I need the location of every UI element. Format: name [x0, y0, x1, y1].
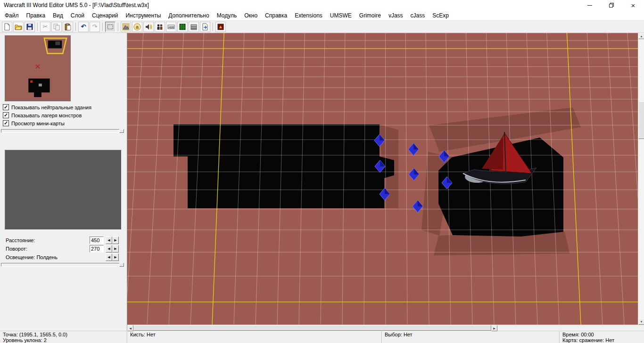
terrain-viewport[interactable]	[127, 33, 638, 325]
check-icon: ✓	[4, 121, 8, 126]
new-map-icon	[3, 23, 11, 31]
rotation-field-row: Поворот: 270 ◀ ▶	[0, 245, 127, 253]
menu-advanced[interactable]: Дополнительно	[165, 11, 213, 20]
text-editor-button[interactable]: АБВ	[166, 22, 176, 32]
lighting-label: Освещение: Полдень	[6, 254, 58, 260]
save-map-button[interactable]	[25, 22, 35, 32]
horizontal-scrollbar-row: ◀ ▶	[127, 325, 644, 331]
close-icon: ×	[631, 2, 636, 9]
status-time: Время: 00:00	[562, 332, 641, 337]
checkbox-neutral-buildings[interactable]: ✓	[3, 104, 9, 110]
minimap[interactable]	[5, 35, 71, 101]
lighting-prev-button[interactable]: ◀	[106, 253, 112, 261]
copy-button[interactable]	[51, 22, 62, 32]
open-map-button[interactable]	[13, 22, 24, 32]
sound-editor-button[interactable]	[143, 22, 154, 32]
titlebar: Warcraft III World Editor UMS 5.0 - [F:\…	[0, 0, 644, 10]
status-brush: Кисть: Нет	[130, 332, 379, 337]
sidebar-splitter-top[interactable]	[1, 129, 124, 133]
rotation-input[interactable]: 270	[90, 245, 104, 253]
distance-field-row: Расстояние: 450 ◀ ▶	[0, 237, 127, 244]
paste-button[interactable]	[63, 22, 73, 32]
menu-help[interactable]: Справка	[261, 11, 291, 20]
status-selection-section: Выбор: Нет	[382, 331, 560, 343]
module-page-button[interactable]	[200, 22, 210, 32]
scroll-left-button[interactable]: ◀	[127, 325, 133, 331]
import-manager-button[interactable]	[177, 22, 188, 32]
scroll-up-button[interactable]: ▲	[638, 33, 644, 39]
cut-button[interactable]: ✂	[40, 22, 50, 32]
status-slope: Уровень уклона: 2	[3, 337, 124, 343]
menu-cjass[interactable]: cJass	[407, 11, 429, 20]
object-editor-button[interactable]	[155, 22, 165, 32]
menu-window[interactable]: Окно	[240, 11, 261, 20]
horizontal-scrollbar[interactable]: ◀ ▶	[127, 325, 497, 331]
checkbox-label: Показывать лагеря монстров	[11, 113, 82, 118]
menu-scenario[interactable]: Сценарий	[88, 11, 122, 20]
lighting-field-row: Освещение: Полдень ◀ ▶	[0, 253, 127, 261]
menu-scexp[interactable]: ScExp	[429, 11, 453, 20]
status-map: Карта: сражение: Нет	[562, 337, 641, 343]
vertical-scroll-thumb[interactable]	[638, 101, 644, 139]
checkbox-row-monster-camps: ✓ Показывать лагеря монстров	[3, 112, 82, 119]
terrain-editor-icon	[122, 23, 130, 31]
menu-file[interactable]: Файл	[1, 11, 23, 20]
checkbox-monster-camps[interactable]: ✓	[3, 112, 9, 118]
distance-label: Расстояние:	[6, 237, 35, 243]
scroll-down-button[interactable]: ▼	[638, 318, 644, 325]
distance-increase-button[interactable]: ▶	[112, 237, 119, 244]
import-manager-icon	[179, 23, 186, 31]
menu-grimoire[interactable]: Grimoire	[355, 11, 385, 20]
menubar: Файл Правка Вид Слой Сценарий Инструмент…	[0, 10, 644, 21]
sidebar: ✓ Показывать нейтральные здания ✓ Показы…	[0, 33, 127, 331]
new-map-button[interactable]	[2, 22, 12, 32]
horizontal-scroll-thumb[interactable]	[133, 325, 491, 331]
object-manager-icon	[190, 23, 198, 31]
copy-icon	[53, 23, 60, 31]
rotation-label: Поворот:	[6, 246, 27, 252]
object-editor-icon	[156, 23, 164, 31]
test-map-icon	[217, 23, 224, 31]
camera-preview[interactable]	[5, 150, 122, 230]
menu-umswe[interactable]: UMSWE	[326, 11, 355, 20]
vertical-scrollbar[interactable]: ▲ ▼	[638, 33, 644, 325]
trigger-editor-icon: a	[133, 23, 141, 31]
redo-button[interactable]: ↷	[90, 22, 100, 32]
viewport-area: ▲ ▼ ◀ ▶	[127, 33, 644, 331]
rotation-decrease-button[interactable]: ◀	[106, 245, 112, 253]
menu-tools[interactable]: Инструменты	[122, 11, 165, 20]
splitter-thumb[interactable]	[119, 129, 124, 133]
menu-vjass[interactable]: vJass	[385, 11, 407, 20]
minimize-button[interactable]	[579, 0, 601, 10]
menu-module[interactable]: Модуль	[213, 11, 241, 20]
svg-text:a: a	[136, 24, 139, 30]
distance-decrease-button[interactable]: ◀	[106, 237, 112, 244]
scroll-right-button[interactable]: ▶	[491, 325, 497, 331]
menu-edit[interactable]: Правка	[23, 11, 50, 20]
distance-input[interactable]: 450	[90, 237, 104, 244]
main-area: ✓ Показывать нейтральные здания ✓ Показы…	[0, 33, 644, 331]
checkbox-row-neutral-buildings: ✓ Показывать нейтральные здания	[3, 104, 91, 111]
menu-layer[interactable]: Слой	[67, 11, 88, 20]
menu-view[interactable]: Вид	[49, 11, 67, 20]
test-map-button[interactable]	[215, 22, 226, 32]
lighting-next-button[interactable]: ▶	[112, 253, 119, 261]
terrain-editor-button[interactable]	[121, 22, 131, 32]
menu-extensions[interactable]: Extensions	[291, 11, 326, 20]
close-button[interactable]: ×	[622, 0, 644, 10]
sound-editor-icon	[145, 23, 152, 31]
rotation-increase-button[interactable]: ▶	[112, 245, 119, 253]
trigger-editor-button[interactable]: a	[132, 22, 142, 32]
toolbar-separator	[213, 23, 213, 31]
selection-brush-button[interactable]	[105, 22, 116, 32]
checkbox-minimap-view[interactable]: ✓	[3, 120, 9, 126]
restore-button[interactable]	[601, 0, 622, 10]
undo-button[interactable]: ↶	[78, 22, 89, 32]
toolbar-separator	[37, 23, 38, 31]
sidebar-splitter-bottom[interactable]	[1, 263, 124, 267]
splitter-thumb[interactable]	[119, 263, 124, 267]
check-icon: ✓	[4, 113, 8, 118]
text-editor-icon: АБВ	[167, 23, 175, 31]
scrollbar-filler	[497, 325, 644, 331]
object-manager-button[interactable]	[189, 22, 199, 32]
